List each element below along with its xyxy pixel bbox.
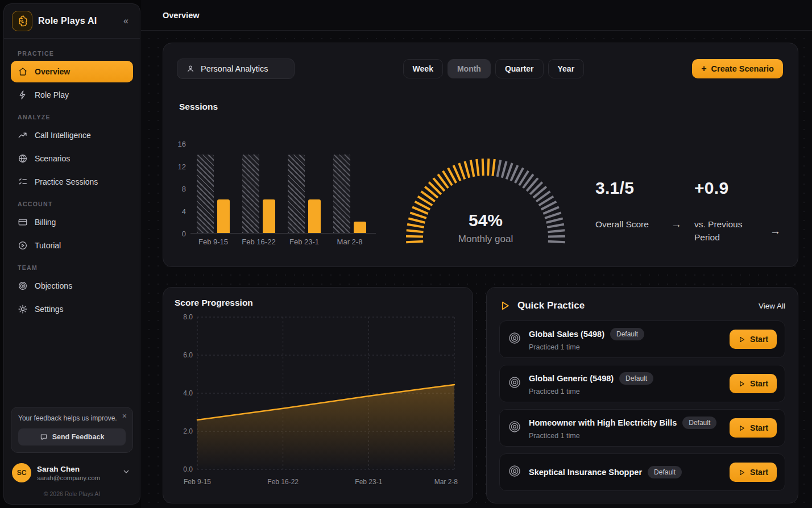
sidebar-item-billing[interactable]: Billing	[11, 211, 133, 233]
sidebar-item-overview[interactable]: Overview	[11, 61, 133, 82]
page-title: Overview	[163, 11, 200, 20]
scenario-title: Global Sales (5498)	[529, 330, 604, 339]
gauge-sublabel: Monthly goal	[397, 234, 574, 245]
app-title: Role Plays AI	[38, 16, 114, 26]
period-year-button[interactable]: Year	[548, 59, 585, 78]
analytics-scope-selector[interactable]: Personal Analytics	[177, 59, 295, 79]
svg-text:Feb 9-15: Feb 9-15	[184, 478, 211, 486]
practice-item: Global Sales (5498) Default Practiced 1 …	[499, 320, 785, 358]
sidebar-item-label: Scenarios	[35, 154, 70, 163]
start-button[interactable]: Start	[730, 374, 777, 393]
section-label-practice: PRACTICE	[18, 50, 126, 57]
sidebar-item-role-play[interactable]: Role Play	[11, 84, 133, 106]
svg-text:Feb 23-1: Feb 23-1	[355, 478, 382, 486]
analytics-header: Personal Analytics Week Month Quarter Ye…	[163, 43, 798, 79]
sessions-bar	[308, 199, 321, 233]
default-badge: Default	[648, 466, 682, 478]
quick-practice-title: Quick Practice	[517, 300, 752, 311]
period-week-button[interactable]: Week	[403, 59, 443, 78]
sessions-bar	[354, 222, 366, 233]
stat-overall-score: 3.1/5 Overall Score →	[595, 178, 682, 244]
start-button[interactable]: Start	[730, 330, 777, 349]
checklist-icon	[18, 177, 28, 187]
practice-count: Practiced 1 time	[529, 388, 722, 395]
goal-bar	[288, 155, 305, 233]
user-menu[interactable]: SC Sarah Chen sarah@company.com	[4, 459, 140, 486]
practice-list: Global Sales (5498) Default Practiced 1 …	[499, 320, 785, 491]
sidebar: Role Plays AI « PRACTICE Overview Role P…	[3, 3, 140, 505]
sidebar-item-call-intelligence[interactable]: Call Intelligence	[11, 124, 133, 146]
view-all-link[interactable]: View All	[759, 302, 785, 310]
svg-text:0.0: 0.0	[183, 465, 193, 473]
bar-group	[190, 155, 236, 233]
sessions-bar	[217, 199, 230, 233]
credit-card-icon	[18, 217, 28, 227]
gauge-value: 54%	[397, 211, 574, 230]
target-icon	[508, 331, 521, 347]
stat-label: vs. Previous Period	[694, 218, 755, 244]
send-feedback-button[interactable]: Send Feedback	[18, 428, 126, 445]
start-button[interactable]: Start	[730, 463, 777, 482]
sidebar-item-label: Tutorial	[35, 241, 61, 250]
main-area: Overview Personal Analytics Week Month Q…	[141, 0, 812, 508]
scenario-title: Skeptical Insurance Shopper	[529, 468, 642, 477]
sidebar-item-label: Billing	[35, 218, 56, 227]
brain-logo-icon	[12, 11, 32, 31]
close-icon[interactable]: ×	[122, 412, 127, 420]
period-month-button[interactable]: Month	[448, 59, 491, 78]
sidebar-item-settings[interactable]: Settings	[11, 298, 133, 320]
svg-text:6.0: 6.0	[183, 351, 193, 359]
progression-svg: 0.02.04.06.08.0Feb 9-15Feb 16-22Feb 23-1…	[175, 310, 460, 490]
sessions-chart-title: Sessions	[179, 102, 376, 112]
collapse-sidebar-icon[interactable]: «	[120, 15, 132, 27]
sidebar-item-practice-sessions[interactable]: Practice Sessions	[11, 171, 133, 193]
logo-row: Role Plays AI «	[4, 4, 140, 39]
scenario-title: Global Generic (5498)	[529, 374, 614, 383]
sidebar-item-label: Practice Sessions	[35, 177, 98, 186]
x-axis-label: Feb 16-22	[236, 238, 281, 246]
sidebar-item-tutorial[interactable]: Tutorial	[11, 235, 133, 256]
chevron-down-icon[interactable]	[122, 467, 131, 478]
svg-text:8.0: 8.0	[183, 313, 193, 321]
arrow-right-icon[interactable]: →	[671, 218, 682, 231]
bar-group	[281, 155, 327, 233]
stat-label: Overall Score	[595, 218, 656, 231]
play-icon	[738, 469, 745, 476]
period-quarter-button[interactable]: Quarter	[495, 59, 544, 78]
sessions-chart: Sessions 0481216 Feb 9-15Feb 16-22Feb 23…	[176, 102, 376, 246]
bar-group	[236, 155, 281, 233]
sidebar-item-label: Role Play	[35, 90, 69, 99]
sessions-bar	[263, 199, 275, 233]
globe-icon	[18, 153, 28, 164]
feedback-card: Your feedback helps us improve. × Send F…	[11, 407, 133, 453]
avatar: SC	[12, 463, 31, 482]
practice-count: Practiced 1 time	[529, 432, 722, 440]
stat-value: +0.9	[694, 178, 781, 198]
stat-vs-previous-period: +0.9 vs. Previous Period →	[694, 178, 781, 244]
sidebar-nav: PRACTICE Overview Role Play ANALYZE Call…	[4, 39, 140, 322]
bolt-icon	[18, 90, 28, 100]
sessions-y-axis: 0481216	[176, 144, 190, 234]
svg-text:2.0: 2.0	[183, 427, 193, 435]
sessions-plot	[190, 144, 376, 234]
section-label-team: TEAM	[18, 264, 126, 271]
goal-bar	[197, 155, 214, 233]
stat-value: 3.1/5	[595, 178, 682, 198]
gear-icon	[18, 304, 28, 314]
create-scenario-button[interactable]: + Create Scenario	[692, 59, 783, 78]
quick-practice-card: Quick Practice View All Global Sales (54…	[486, 287, 798, 503]
bar-group	[327, 155, 372, 233]
default-badge: Default	[682, 417, 716, 429]
practice-item: Skeptical Insurance Shopper Default Star…	[499, 453, 785, 491]
target-icon	[18, 281, 28, 291]
sidebar-item-objections[interactable]: Objections	[11, 275, 133, 297]
chat-bubble-icon	[40, 433, 48, 441]
personal-analytics-card: Personal Analytics Week Month Quarter Ye…	[163, 43, 798, 267]
copyright-text: © 2026 Role Plays AI	[4, 486, 140, 504]
play-icon	[499, 300, 511, 311]
trending-up-icon	[18, 130, 28, 140]
arrow-right-icon[interactable]: →	[770, 225, 781, 238]
svg-text:Mar 2-8: Mar 2-8	[434, 478, 458, 486]
sidebar-item-scenarios[interactable]: Scenarios	[11, 148, 133, 169]
start-button[interactable]: Start	[730, 418, 777, 438]
